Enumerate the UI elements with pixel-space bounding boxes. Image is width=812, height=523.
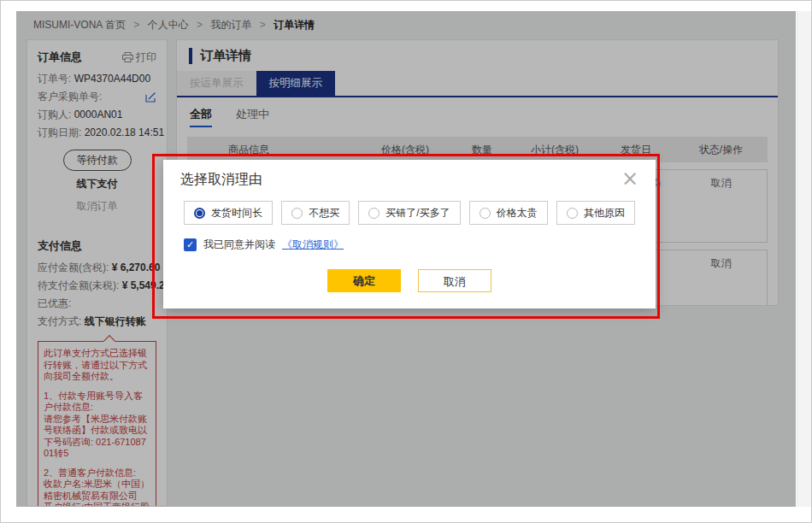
- cancel-reason-options: 发货时间长 不想买 买错了/买多了 价格太贵 其他原因: [184, 201, 635, 225]
- radio-icon: [368, 208, 380, 219]
- reason-option-too-expensive[interactable]: 价格太贵: [469, 201, 548, 225]
- confirm-button[interactable]: 确定: [327, 269, 401, 292]
- reason-option-other[interactable]: 其他原因: [556, 201, 635, 225]
- reason-option-bought-wrong[interactable]: 买错了/买多了: [358, 201, 460, 225]
- modal-title: 选择取消理由: [180, 171, 262, 189]
- reason-option-label: 不想买: [309, 206, 339, 220]
- radio-icon: [291, 208, 303, 219]
- reason-option-dont-want[interactable]: 不想买: [281, 201, 350, 225]
- radio-icon: [480, 208, 491, 219]
- reason-option-label: 发货时间长: [211, 206, 262, 220]
- cancel-rules-link[interactable]: 《取消规则》: [282, 238, 344, 252]
- agree-checkbox[interactable]: ✓: [184, 238, 197, 251]
- cancel-button[interactable]: 取消: [418, 269, 491, 292]
- radio-selected-icon: [194, 208, 205, 219]
- reason-option-label: 其他原因: [584, 206, 625, 220]
- radio-icon: [567, 208, 578, 219]
- agree-text: 我已同意并阅读: [203, 238, 275, 252]
- reason-option-delivery-too-long[interactable]: 发货时间长: [184, 201, 273, 225]
- reason-option-label: 价格太贵: [497, 206, 538, 220]
- scrollbar-track[interactable]: [797, 11, 811, 507]
- screen: MISUMI-VONA 首页 > 个人中心 > 我的订单 > 订单详情 订单信息…: [0, 0, 812, 523]
- reason-option-label: 买错了/买多了: [385, 206, 450, 220]
- cancel-reason-modal: 选择取消理由 × 发货时间长 不想买 买错了/买多了 价格太贵 其他原因: [163, 160, 656, 309]
- close-icon[interactable]: ×: [621, 171, 638, 186]
